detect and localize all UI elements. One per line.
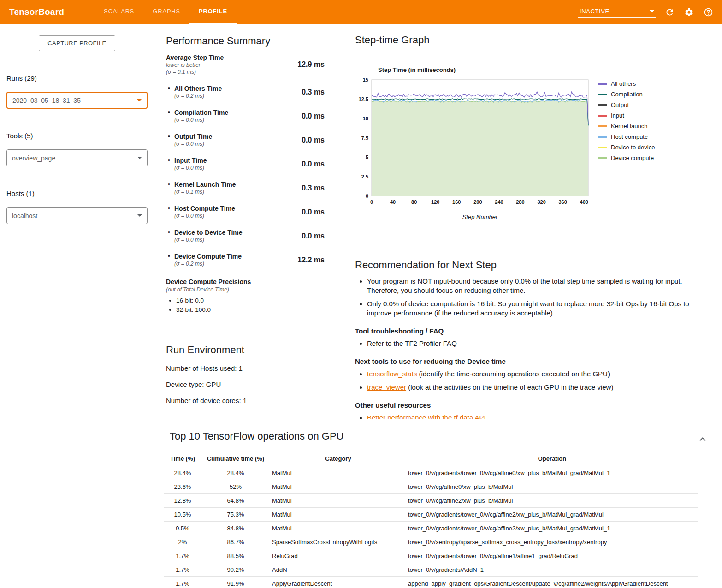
legend-item: Host compute (598, 133, 655, 140)
tool-description: (look at the activities on the timeline … (406, 383, 613, 391)
run-environment-title: Run Environment (166, 344, 331, 356)
step-time-chart-area: Step Time (in milliseconds) 02.557.51012… (355, 66, 710, 220)
tab-scalars[interactable]: SCALARS (95, 0, 143, 24)
ops-column-header: Operation (406, 451, 698, 466)
svg-text:120: 120 (431, 199, 439, 205)
tensorflow-stats-link[interactable]: tensorflow_stats (367, 370, 417, 378)
faq-bullet: Refer to the TF2 Profiler FAQ (367, 339, 710, 348)
runs-dropdown-value: 2020_03_05_18_31_35 (12, 97, 81, 104)
tools-dropdown[interactable]: overview_page (6, 149, 148, 166)
metric-label: Host Compute Time (174, 204, 235, 213)
metric-row: Kernel Launch Time(σ = 0.1 ms)0.3 ms (166, 180, 331, 196)
top-ops-section: Top 10 TensorFlow operations on GPU Time… (155, 419, 722, 588)
svg-text:320: 320 (537, 199, 545, 205)
metric-label: Compilation Time (174, 108, 228, 117)
legend-item: Input (598, 112, 655, 119)
other-resources-list: Better performance with the tf.data API (355, 413, 710, 419)
recommendation-bullet: Your program is NOT input-bound because … (367, 277, 710, 295)
header-tabs: SCALARSGRAPHSPROFILE (95, 0, 237, 24)
chevron-down-icon (137, 214, 142, 217)
faq-list: Refer to the TF2 Profiler FAQ (355, 339, 710, 348)
run-env-line: Number of Hosts used: 1 (166, 364, 331, 372)
legend-label: All others (611, 80, 636, 87)
metric-sigma: (σ = 0.2 ms) (174, 261, 242, 267)
metric-row: All Others Time(σ = 0.2 ms)0.3 ms (166, 84, 331, 100)
legend-label: Device to device (611, 144, 655, 151)
recommendation-section: Recommendation for Next Step Your progra… (343, 248, 722, 419)
tab-graphs[interactable]: GRAPHS (143, 0, 189, 24)
tools-dropdown-value: overview_page (12, 154, 55, 162)
metric-sigma: (σ = 0.0 ms) (174, 213, 235, 220)
legend-label: Device compute (611, 154, 654, 161)
capture-profile-button[interactable]: CAPTURE PROFILE (39, 35, 115, 51)
tools-label: Tools (5) (6, 132, 148, 140)
svg-text:400: 400 (580, 199, 588, 205)
app-header: TensorBoard SCALARSGRAPHSPROFILE INACTIV… (0, 0, 722, 24)
chart-title: Step Time (in milliseconds) (378, 66, 593, 73)
ops-column-header: Cumulative time (%) (201, 451, 270, 466)
top-ops-table: Time (%)Cumulative time (%)CategoryOpera… (164, 451, 698, 588)
legend-label: Kernel launch (611, 123, 648, 130)
metric-sigma: (σ = 0.1 ms) (166, 69, 224, 76)
metric-value: 0.3 ms (302, 184, 331, 192)
tool-description: (identify the time-consuming operations … (417, 370, 610, 378)
runs-dropdown[interactable]: 2020_03_05_18_31_35 (6, 92, 148, 109)
chevron-down-icon (650, 10, 654, 12)
ops-column-header: Time (%) (164, 451, 201, 466)
recommendation-title: Recommendation for Next Step (355, 259, 710, 271)
step-time-graph-title: Step-time Graph (355, 34, 710, 46)
metric-value: 0.0 ms (302, 208, 331, 216)
performance-summary-section: Performance Summary Average Step Timelow… (155, 24, 343, 332)
collapse-chevron-icon[interactable] (698, 436, 707, 442)
table-row: 1.7%90.2%AddNtower_0/v/gradients/AddN_1 (164, 563, 698, 577)
tfdata-performance-link[interactable]: Better performance with the tf.data API (367, 414, 486, 419)
legend-item: Output (598, 101, 655, 108)
svg-text:12.5: 12.5 (359, 96, 368, 102)
help-icon[interactable] (703, 6, 714, 18)
metric-note: lower is better (166, 62, 224, 69)
table-row: 1.7%88.5%ReluGradtower_0/v/gradients/tow… (164, 549, 698, 563)
chart-x-axis-label: Step Number (372, 214, 588, 220)
metric-value: 0.0 ms (302, 160, 331, 168)
svg-text:15: 15 (363, 77, 368, 83)
settings-gear-icon[interactable] (683, 6, 694, 18)
precisions-list: 16-bit: 0.032-bit: 100.0 (166, 296, 331, 315)
metric-sigma: (σ = 0.2 ms) (174, 93, 222, 100)
table-row: 9.5%84.8%MatMultower_0/v/gradients/tower… (164, 522, 698, 535)
legend-item: Kernel launch (598, 123, 655, 130)
metric-value: 0.0 ms (302, 112, 331, 120)
refresh-icon[interactable] (664, 6, 675, 18)
metric-row: Host Compute Time(σ = 0.0 ms)0.0 ms (166, 204, 331, 220)
legend-swatch (598, 115, 607, 117)
step-time-graph-section: Step-time Graph Step Time (in millisecon… (343, 24, 722, 248)
run-environment-section: Run Environment Number of Hosts used: 1D… (155, 332, 343, 419)
metric-value: 0.0 ms (302, 232, 331, 240)
tab-profile[interactable]: PROFILE (189, 0, 237, 24)
status-dropdown-value: INACTIVE (580, 8, 610, 15)
trace-viewer-link[interactable]: trace_viewer (367, 383, 406, 391)
table-row: 10.5%75.3%MatMultower_0/v/gradients/towe… (164, 508, 698, 522)
metric-label: Input Time (174, 156, 207, 165)
metric-row: Output Time(σ = 0.0 ms)0.0 ms (166, 132, 331, 148)
metric-label: Output Time (174, 132, 212, 141)
metric-label: Kernel Launch Time (174, 180, 236, 189)
app-title: TensorBoard (0, 7, 73, 17)
ops-column-header: Category (270, 451, 406, 466)
metric-value: 0.3 ms (302, 88, 331, 96)
recommendation-bullet: Only 0.0% of device computation is 16 bi… (367, 299, 710, 318)
header-actions: INACTIVE (578, 6, 722, 18)
status-dropdown[interactable]: INACTIVE (578, 7, 656, 18)
hosts-dropdown[interactable]: localhost (6, 207, 148, 224)
run-env-line: Device type: GPU (166, 380, 331, 388)
hosts-dropdown-value: localhost (12, 212, 37, 220)
legend-label: Compilation (611, 91, 643, 98)
device-compute-precisions: Device Compute Precisions (out of Total … (166, 278, 331, 315)
svg-text:40: 40 (390, 199, 396, 205)
metric-label: Device to Device Time (174, 228, 243, 237)
svg-text:7.5: 7.5 (361, 135, 368, 141)
svg-text:80: 80 (411, 199, 417, 205)
other-resources-heading: Other useful resources (355, 401, 710, 409)
svg-text:0: 0 (370, 199, 373, 205)
top-ops-title: Top 10 TensorFlow operations on GPU (170, 430, 708, 442)
legend-swatch (598, 147, 607, 148)
